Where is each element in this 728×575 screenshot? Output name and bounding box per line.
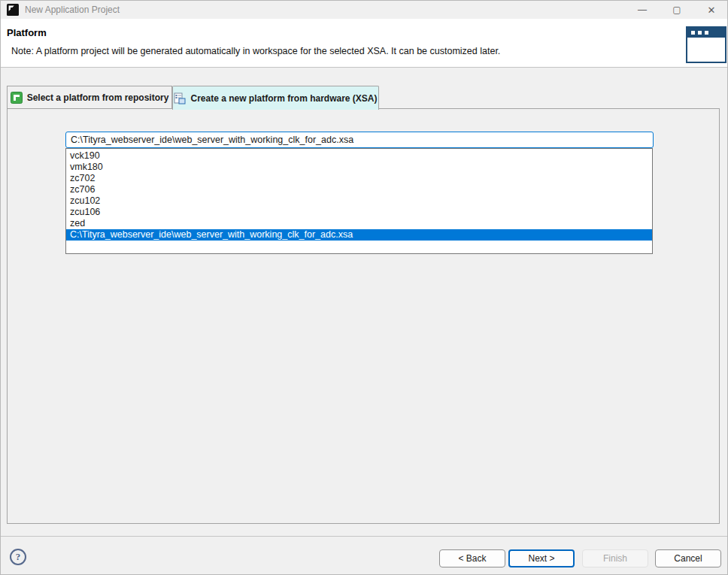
xsa-dropdown-item[interactable]: C:\Tityra_webserver_ide\web_server_with_… bbox=[66, 229, 652, 241]
title-bar: New Application Project — ▢ ✕ bbox=[1, 1, 728, 19]
xsa-dropdown-item[interactable]: zc702 bbox=[66, 173, 652, 184]
repository-platform-icon bbox=[11, 92, 23, 104]
xsa-dropdown-list: vck190vmk180zc702zc706zcu102zcu106zedC:\… bbox=[65, 148, 653, 254]
page-note: Note: A platform project will be generat… bbox=[11, 46, 500, 56]
cancel-button[interactable]: Cancel bbox=[655, 549, 721, 567]
finish-button: Finish bbox=[582, 549, 648, 567]
xsa-dropdown-item[interactable]: zc706 bbox=[66, 184, 652, 195]
xsa-dropdown-item[interactable]: vmk180 bbox=[66, 162, 652, 173]
wizard-header: Platform Note: A platform project will b… bbox=[1, 19, 728, 68]
xsa-dropdown-item[interactable]: zcu106 bbox=[66, 207, 652, 218]
minimize-button[interactable]: — bbox=[625, 1, 660, 19]
amd-xilinx-logo-icon bbox=[7, 4, 19, 16]
new-platform-hardware-icon bbox=[174, 92, 186, 104]
back-button[interactable]: < Back bbox=[439, 549, 505, 567]
new-application-project-dialog: New Application Project — ▢ ✕ Platform N… bbox=[0, 0, 728, 575]
tab-select-platform-from-repository[interactable]: Select a platform from repository bbox=[7, 86, 172, 109]
help-button[interactable]: ? bbox=[10, 549, 26, 565]
xsa-file-combo-input[interactable] bbox=[65, 132, 654, 148]
maximize-button[interactable]: ▢ bbox=[660, 1, 694, 19]
xsa-dropdown-item[interactable]: vck190 bbox=[66, 150, 652, 162]
next-button[interactable]: Next > bbox=[508, 549, 575, 567]
close-button[interactable]: ✕ bbox=[694, 1, 728, 19]
button-bar: ? < Back Next > Finish Cancel bbox=[1, 537, 728, 575]
tab-create-platform-from-hardware[interactable]: Create a new platform from hardware (XSA… bbox=[172, 86, 379, 110]
tab-label: Select a platform from repository bbox=[27, 92, 169, 103]
page-title: Platform bbox=[7, 27, 47, 38]
tab-label: Create a new platform from hardware (XSA… bbox=[190, 93, 377, 104]
window-title: New Application Project bbox=[25, 5, 120, 15]
xsa-dropdown-item[interactable]: zcu102 bbox=[66, 195, 652, 207]
wizard-banner-icon bbox=[686, 26, 726, 63]
xsa-dropdown-item[interactable]: zed bbox=[66, 218, 652, 229]
